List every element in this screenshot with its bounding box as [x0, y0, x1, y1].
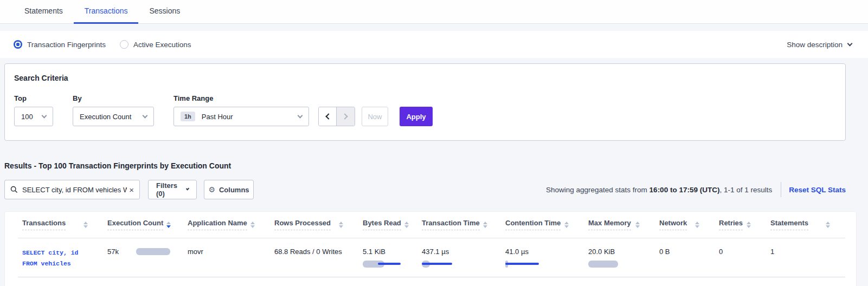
- sort-icon[interactable]: [695, 222, 699, 228]
- table-row: SELECT city, id FROM vehicles 57k movr 6…: [18, 238, 845, 277]
- chevron-right-icon: [342, 113, 348, 119]
- chevron-left-icon: [325, 113, 331, 119]
- rows-processed-value: 68.8 Reads / 0 Writes: [274, 248, 342, 256]
- tab-statements[interactable]: Statements: [14, 0, 74, 24]
- time-range-value: Past Hour: [202, 113, 233, 121]
- apply-button[interactable]: Apply: [400, 107, 433, 126]
- chevron-down-icon: [298, 113, 303, 119]
- top-select[interactable]: 100: [14, 107, 53, 126]
- radio-selected-icon: [14, 40, 22, 49]
- search-icon: [10, 186, 18, 193]
- reset-sql-stats-link[interactable]: Reset SQL Stats: [789, 186, 846, 194]
- radio-active-executions[interactable]: Active Executions: [120, 40, 191, 49]
- results-table-panel: Transactions Execution Count Application…: [4, 211, 857, 286]
- clear-search-icon[interactable]: ×: [129, 186, 134, 194]
- sort-icon[interactable]: [635, 222, 640, 228]
- next-time-range-button[interactable]: [337, 107, 355, 126]
- col-header-execution-count[interactable]: Execution Count: [103, 212, 183, 238]
- chevron-down-icon: [143, 113, 148, 119]
- sort-icon[interactable]: [339, 222, 343, 228]
- execution-count-bar: [136, 248, 170, 255]
- time-range-nav: [318, 107, 355, 126]
- transaction-time-value: 437.1 µs: [422, 248, 449, 256]
- show-description-label: Show description: [787, 41, 843, 49]
- columns-button[interactable]: ⚙ Columns: [204, 180, 254, 199]
- time-range-badge: 1h: [181, 112, 195, 121]
- max-memory-value: 20.0 KiB: [588, 248, 615, 256]
- transaction-fingerprint-link[interactable]: SELECT city, id FROM vehicles: [22, 248, 95, 270]
- sort-icon[interactable]: [83, 222, 88, 228]
- top-label: Top: [14, 94, 73, 102]
- search-input[interactable]: [22, 186, 127, 194]
- tab-transactions[interactable]: Transactions: [74, 0, 139, 24]
- columns-label: Columns: [219, 186, 249, 194]
- gear-icon: ⚙: [208, 185, 215, 194]
- time-range-field: Time Range 1h Past Hour: [173, 94, 309, 126]
- divider: [781, 182, 781, 197]
- view-toggle-strip: Transaction Fingerprints Active Executio…: [0, 31, 868, 58]
- chevron-down-icon: [847, 41, 853, 47]
- search-criteria-card: Search Criteria Top 100 By Execution Cou…: [4, 63, 846, 141]
- sort-icon[interactable]: [404, 222, 409, 228]
- sort-icon[interactable]: [747, 222, 751, 228]
- radio-label: Transaction Fingerprints: [27, 41, 106, 49]
- statements-value: 1: [770, 248, 774, 256]
- network-value: 0 B: [659, 248, 670, 256]
- now-button[interactable]: Now: [362, 107, 388, 126]
- col-header-contention-time[interactable]: Contention Time: [501, 212, 584, 238]
- sort-icon-active-desc[interactable]: [166, 222, 171, 228]
- previous-time-range-button[interactable]: [319, 107, 337, 126]
- aggregated-stats-text: Showing aggregated stats from 16:00 to 1…: [546, 186, 772, 194]
- top-value: 100: [21, 113, 33, 121]
- radio-unselected-icon: [120, 40, 128, 49]
- sort-icon[interactable]: [250, 222, 255, 228]
- radio-transaction-fingerprints[interactable]: Transaction Fingerprints: [14, 40, 106, 49]
- bytes-read-bar: [363, 261, 402, 268]
- by-label: By: [73, 94, 173, 102]
- transaction-time-bar: [422, 261, 461, 268]
- search-criteria-title: Search Criteria: [14, 74, 845, 82]
- results-controls-row: × Filters (0) ⚙ Columns Showing aggregat…: [4, 180, 846, 199]
- sort-icon[interactable]: [826, 222, 830, 228]
- col-header-transactions[interactable]: Transactions: [18, 212, 103, 238]
- top-field: Top 100: [14, 94, 73, 126]
- sort-icon[interactable]: [483, 222, 487, 228]
- col-header-bytes-read[interactable]: Bytes Read: [358, 212, 417, 238]
- chevron-down-icon: [42, 113, 47, 119]
- by-field: By Execution Count: [73, 94, 173, 126]
- col-header-max-memory[interactable]: Max Memory: [584, 212, 655, 238]
- results-heading: Results - Top 100 Transaction Fingerprin…: [4, 161, 868, 170]
- transactions-table: Transactions Execution Count Application…: [18, 212, 845, 277]
- max-memory-bar: [588, 261, 627, 268]
- col-header-rows-processed[interactable]: Rows Processed: [270, 212, 358, 238]
- execution-count-value: 57k: [107, 248, 119, 256]
- contention-time-value: 41.0 µs: [505, 248, 529, 256]
- time-range-select[interactable]: 1h Past Hour: [173, 107, 309, 126]
- radio-label: Active Executions: [133, 41, 191, 49]
- filters-button[interactable]: Filters (0): [148, 180, 197, 199]
- col-header-retries[interactable]: Retries: [715, 212, 766, 238]
- time-range-label: Time Range: [173, 94, 309, 102]
- sort-icon[interactable]: [564, 222, 569, 228]
- chevron-down-icon: [185, 187, 189, 191]
- search-box: ×: [4, 180, 140, 199]
- col-header-statements[interactable]: Statements: [766, 212, 845, 238]
- by-select[interactable]: Execution Count: [73, 107, 154, 126]
- application-name-value: movr: [188, 248, 203, 256]
- retries-value: 0: [719, 248, 723, 256]
- table-header-row: Transactions Execution Count Application…: [18, 212, 845, 238]
- show-description-toggle[interactable]: Show description: [787, 41, 852, 49]
- bytes-read-value: 5.1 KiB: [363, 248, 385, 256]
- tab-sessions[interactable]: Sessions: [138, 0, 191, 24]
- by-value: Execution Count: [80, 113, 131, 121]
- page-tabs: Statements Transactions Sessions: [0, 0, 868, 24]
- filters-label: Filters (0): [156, 181, 182, 198]
- col-header-network[interactable]: Network: [655, 212, 715, 238]
- col-header-application-name[interactable]: Application Name: [183, 212, 270, 238]
- contention-time-bar: [505, 261, 544, 268]
- col-header-transaction-time[interactable]: Transaction Time: [417, 212, 501, 238]
